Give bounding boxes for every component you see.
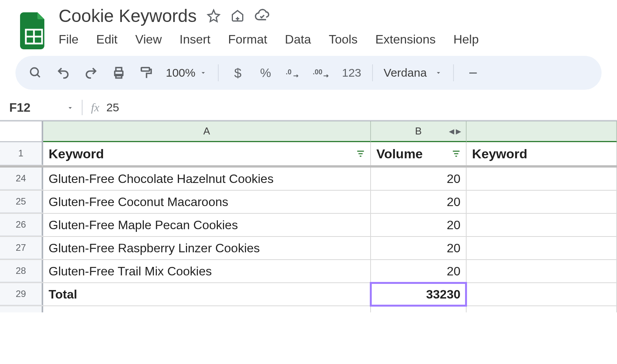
- toolbar-separator: [218, 64, 219, 81]
- menu-extensions[interactable]: Extensions: [375, 32, 436, 47]
- header-cell-volume[interactable]: Volume: [371, 142, 467, 165]
- number-format-select[interactable]: 123: [342, 64, 361, 81]
- column-header-A[interactable]: A: [43, 121, 371, 142]
- print-icon[interactable]: [110, 64, 127, 81]
- header-cell-keyword-2[interactable]: Keyword: [467, 142, 617, 165]
- cell-empty[interactable]: [467, 214, 617, 236]
- table-row: 28 Gluten-Free Trail Mix Cookies 20: [0, 260, 617, 283]
- table-row: 24 Gluten-Free Chocolate Hazelnut Cookie…: [0, 168, 617, 191]
- cell-volume[interactable]: 20: [371, 214, 467, 236]
- chrome-header: Cookie Keywords File Edit View Insert: [0, 0, 617, 121]
- minus-icon[interactable]: −: [465, 64, 482, 81]
- horizontal-scroll-icon[interactable]: ◀▶: [449, 127, 461, 136]
- toolbar: 100% $ % .0 .00 123 Verdana −: [15, 56, 602, 90]
- chevron-down-icon: [66, 101, 74, 115]
- column-headers: A B ◀▶: [0, 121, 617, 142]
- document-title[interactable]: Cookie Keywords: [59, 7, 197, 25]
- zoom-select[interactable]: 100%: [166, 66, 207, 79]
- row-header[interactable]: 25: [0, 191, 43, 213]
- row-header[interactable]: 27: [0, 237, 43, 259]
- menu-tools[interactable]: Tools: [329, 32, 357, 47]
- menu-help[interactable]: Help: [453, 32, 479, 47]
- total-row: 29 Total 33230: [0, 283, 617, 306]
- paint-format-icon[interactable]: [138, 64, 155, 81]
- cell-volume[interactable]: 20: [371, 237, 467, 259]
- cell-empty[interactable]: [467, 260, 617, 282]
- move-icon[interactable]: [231, 9, 244, 23]
- row-header[interactable]: 24: [0, 168, 43, 190]
- row-header[interactable]: 26: [0, 214, 43, 236]
- filter-icon[interactable]: [356, 149, 366, 159]
- cell-empty[interactable]: [467, 237, 617, 259]
- svg-rect-8: [116, 68, 122, 71]
- cell-keyword[interactable]: Gluten-Free Maple Pecan Cookies: [43, 214, 371, 236]
- menu-insert[interactable]: Insert: [179, 32, 210, 47]
- cell-keyword[interactable]: Gluten-Free Raspberry Linzer Cookies: [43, 237, 371, 259]
- row-header-empty: [0, 306, 43, 312]
- cell-keyword[interactable]: Gluten-Free Trail Mix Cookies: [43, 260, 371, 282]
- rows: 1 Keyword Volume Keyword: [0, 142, 617, 312]
- svg-text:.00: .00: [313, 68, 322, 76]
- table-row: 26 Gluten-Free Maple Pecan Cookies 20: [0, 214, 617, 237]
- cell-volume[interactable]: 20: [371, 260, 467, 282]
- search-icon[interactable]: [27, 64, 44, 81]
- cell-empty[interactable]: [467, 168, 617, 190]
- column-header-B[interactable]: B ◀▶: [371, 121, 467, 142]
- menu-view[interactable]: View: [135, 32, 162, 47]
- row-header[interactable]: 29: [0, 283, 43, 305]
- svg-line-6: [37, 74, 40, 77]
- percent-icon[interactable]: %: [257, 64, 274, 81]
- select-all-corner[interactable]: [0, 121, 43, 142]
- cell-empty[interactable]: [467, 191, 617, 213]
- header-cell-keyword[interactable]: Keyword: [43, 142, 371, 165]
- menu-bar: File Edit View Insert Format Data Tools …: [59, 27, 479, 47]
- cell-total-label[interactable]: Total: [43, 283, 371, 305]
- frozen-header-row: 1 Keyword Volume Keyword: [0, 142, 617, 168]
- cell-keyword[interactable]: Gluten-Free Chocolate Hazelnut Cookies: [43, 168, 371, 190]
- fx-separator: [82, 100, 83, 115]
- toolbar-separator: [372, 64, 373, 81]
- menu-format[interactable]: Format: [228, 32, 267, 47]
- cell-volume[interactable]: 20: [371, 168, 467, 190]
- cloud-status-icon[interactable]: [255, 8, 270, 23]
- menu-data[interactable]: Data: [285, 32, 311, 47]
- cell-total-value[interactable]: 33230: [371, 283, 467, 305]
- empty-row: [0, 306, 617, 312]
- menu-edit[interactable]: Edit: [96, 32, 118, 47]
- formula-bar: F12 fx 25: [0, 95, 617, 121]
- title-row: Cookie Keywords File Edit View Insert: [0, 7, 617, 47]
- cell-empty[interactable]: [43, 306, 371, 312]
- menu-file[interactable]: File: [59, 32, 79, 47]
- sheets-logo-icon[interactable]: [20, 12, 48, 49]
- decrease-decimal-icon[interactable]: .0: [285, 64, 302, 81]
- svg-point-5: [30, 68, 38, 75]
- cell-volume[interactable]: 20: [371, 191, 467, 213]
- star-icon[interactable]: [207, 9, 221, 23]
- toolbar-separator: [453, 64, 454, 81]
- font-select[interactable]: Verdana: [384, 66, 442, 79]
- cell-keyword[interactable]: Gluten-Free Coconut Macaroons: [43, 191, 371, 213]
- table-row: 25 Gluten-Free Coconut Macaroons 20: [0, 191, 617, 214]
- cell-empty[interactable]: [467, 306, 617, 312]
- formula-input[interactable]: 25: [106, 101, 119, 114]
- currency-icon[interactable]: $: [229, 64, 246, 81]
- cell-empty[interactable]: [371, 306, 467, 312]
- filter-icon[interactable]: [451, 149, 461, 159]
- row-header[interactable]: 28: [0, 260, 43, 282]
- name-box[interactable]: F12: [0, 101, 82, 115]
- undo-icon[interactable]: [55, 64, 72, 81]
- row-header-1[interactable]: 1: [0, 142, 43, 165]
- redo-icon[interactable]: [83, 64, 99, 81]
- table-row: 27 Gluten-Free Raspberry Linzer Cookies …: [0, 237, 617, 260]
- fx-label: fx: [91, 101, 99, 114]
- cell-empty[interactable]: [467, 283, 617, 305]
- google-sheets-app: Cookie Keywords File Edit View Insert: [0, 0, 617, 312]
- increase-decimal-icon[interactable]: .00: [313, 64, 331, 81]
- svg-text:.0: .0: [286, 68, 292, 76]
- spreadsheet-grid: A B ◀▶ 1 Keyword Volume: [0, 121, 617, 312]
- svg-rect-10: [142, 68, 150, 71]
- column-header-C[interactable]: [467, 121, 617, 142]
